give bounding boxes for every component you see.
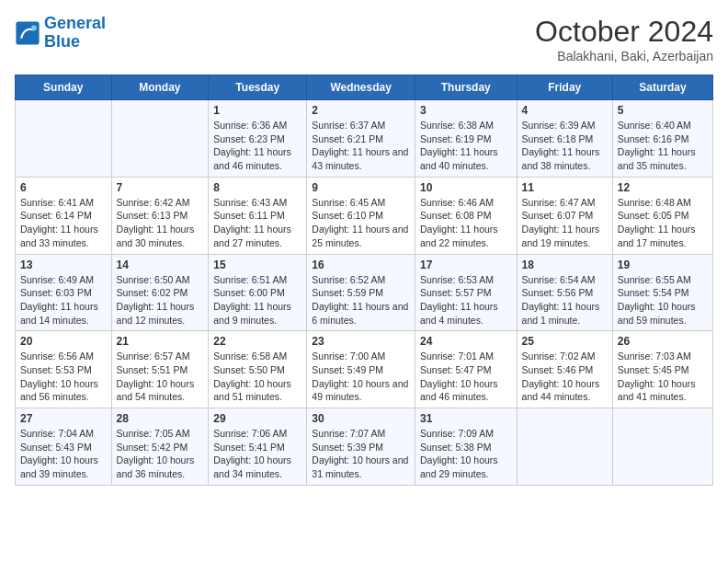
calendar-cell (612, 408, 712, 486)
day-number: 28 (117, 412, 204, 425)
day-details: Sunrise: 6:56 AMSunset: 5:53 PMDaylight:… (20, 350, 107, 404)
day-details: Sunrise: 6:41 AMSunset: 6:14 PMDaylight:… (20, 196, 107, 250)
calendar-cell: 2Sunrise: 6:37 AMSunset: 6:21 PMDaylight… (307, 100, 415, 178)
calendar-cell: 4Sunrise: 6:39 AMSunset: 6:18 PMDaylight… (517, 100, 612, 178)
day-number: 19 (618, 259, 708, 271)
calendar-cell: 24Sunrise: 7:01 AMSunset: 5:47 PMDayligh… (415, 331, 517, 408)
calendar-cell: 10Sunrise: 6:46 AMSunset: 6:08 PMDayligh… (415, 177, 517, 254)
calendar-cell: 31Sunrise: 7:09 AMSunset: 5:38 PMDayligh… (415, 408, 517, 486)
col-header-wednesday: Wednesday (307, 75, 415, 100)
day-details: Sunrise: 6:55 AMSunset: 5:54 PMDaylight:… (618, 273, 708, 327)
day-details: Sunrise: 6:48 AMSunset: 6:05 PMDaylight:… (618, 196, 708, 250)
day-number: 22 (213, 335, 301, 348)
col-header-monday: Monday (111, 75, 209, 100)
col-header-tuesday: Tuesday (209, 75, 307, 100)
calendar-cell: 1Sunrise: 6:36 AMSunset: 6:23 PMDaylight… (209, 100, 307, 178)
day-number: 6 (20, 181, 107, 194)
day-details: Sunrise: 6:53 AMSunset: 5:57 PMDaylight:… (420, 273, 512, 327)
calendar-cell: 15Sunrise: 6:51 AMSunset: 6:00 PMDayligh… (209, 254, 307, 331)
day-number: 20 (20, 335, 107, 348)
day-number: 25 (522, 335, 608, 348)
day-details: Sunrise: 6:52 AMSunset: 5:59 PMDaylight:… (312, 273, 410, 327)
calendar-week-5: 27Sunrise: 7:04 AMSunset: 5:43 PMDayligh… (16, 408, 713, 486)
svg-rect-0 (16, 21, 39, 44)
day-number: 9 (312, 181, 410, 194)
day-number: 26 (618, 335, 708, 348)
day-details: Sunrise: 6:51 AMSunset: 6:00 PMDaylight:… (213, 273, 301, 327)
calendar-cell: 26Sunrise: 7:03 AMSunset: 5:45 PMDayligh… (612, 331, 712, 408)
day-details: Sunrise: 7:02 AMSunset: 5:46 PMDaylight:… (522, 350, 608, 404)
calendar-cell (111, 100, 209, 178)
calendar-cell: 28Sunrise: 7:05 AMSunset: 5:42 PMDayligh… (111, 408, 209, 486)
day-number: 23 (312, 335, 410, 348)
day-details: Sunrise: 6:58 AMSunset: 5:50 PMDaylight:… (213, 350, 301, 404)
calendar-week-2: 6Sunrise: 6:41 AMSunset: 6:14 PMDaylight… (16, 177, 713, 254)
calendar-cell: 9Sunrise: 6:45 AMSunset: 6:10 PMDaylight… (307, 177, 415, 254)
calendar-cell: 13Sunrise: 6:49 AMSunset: 6:03 PMDayligh… (16, 254, 112, 331)
calendar-cell: 16Sunrise: 6:52 AMSunset: 5:59 PMDayligh… (307, 254, 415, 331)
day-details: Sunrise: 6:50 AMSunset: 6:02 PMDaylight:… (117, 273, 204, 327)
calendar-cell: 14Sunrise: 6:50 AMSunset: 6:02 PMDayligh… (111, 254, 209, 331)
col-header-sunday: Sunday (16, 75, 112, 100)
day-number: 31 (420, 412, 512, 425)
day-details: Sunrise: 7:06 AMSunset: 5:41 PMDaylight:… (213, 427, 301, 481)
calendar-week-4: 20Sunrise: 6:56 AMSunset: 5:53 PMDayligh… (16, 331, 713, 408)
calendar-week-1: 1Sunrise: 6:36 AMSunset: 6:23 PMDaylight… (16, 100, 713, 178)
day-details: Sunrise: 7:01 AMSunset: 5:47 PMDaylight:… (420, 350, 512, 404)
day-number: 14 (117, 259, 204, 271)
calendar-cell: 25Sunrise: 7:02 AMSunset: 5:46 PMDayligh… (517, 331, 612, 408)
calendar-cell (16, 100, 112, 178)
svg-point-1 (31, 25, 37, 30)
day-details: Sunrise: 7:04 AMSunset: 5:43 PMDaylight:… (20, 427, 107, 481)
logo-text: General Blue (44, 15, 106, 52)
day-details: Sunrise: 6:46 AMSunset: 6:08 PMDaylight:… (420, 196, 512, 250)
day-number: 4 (522, 104, 608, 117)
day-details: Sunrise: 7:07 AMSunset: 5:39 PMDaylight:… (312, 427, 410, 481)
calendar-week-3: 13Sunrise: 6:49 AMSunset: 6:03 PMDayligh… (16, 254, 713, 331)
day-details: Sunrise: 6:40 AMSunset: 6:16 PMDaylight:… (618, 119, 708, 173)
day-number: 12 (618, 181, 708, 194)
day-number: 5 (618, 104, 708, 117)
day-details: Sunrise: 7:00 AMSunset: 5:49 PMDaylight:… (312, 350, 410, 404)
calendar-cell: 11Sunrise: 6:47 AMSunset: 6:07 PMDayligh… (517, 177, 612, 254)
calendar-cell: 17Sunrise: 6:53 AMSunset: 5:57 PMDayligh… (415, 254, 517, 331)
day-number: 27 (20, 412, 107, 425)
calendar-header-row: SundayMondayTuesdayWednesdayThursdayFrid… (16, 75, 713, 100)
day-number: 7 (117, 181, 204, 194)
calendar-cell: 18Sunrise: 6:54 AMSunset: 5:56 PMDayligh… (517, 254, 612, 331)
day-number: 13 (20, 259, 107, 271)
calendar-cell: 7Sunrise: 6:42 AMSunset: 6:13 PMDaylight… (111, 177, 209, 254)
day-number: 18 (522, 259, 608, 271)
day-details: Sunrise: 7:09 AMSunset: 5:38 PMDaylight:… (420, 427, 512, 481)
day-number: 21 (117, 335, 204, 348)
day-number: 10 (420, 181, 512, 194)
day-details: Sunrise: 6:49 AMSunset: 6:03 PMDaylight:… (20, 273, 107, 327)
calendar-cell: 8Sunrise: 6:43 AMSunset: 6:11 PMDaylight… (209, 177, 307, 254)
calendar-cell: 5Sunrise: 6:40 AMSunset: 6:16 PMDaylight… (612, 100, 712, 178)
day-number: 2 (312, 104, 410, 117)
calendar-cell (517, 408, 612, 486)
calendar-cell: 30Sunrise: 7:07 AMSunset: 5:39 PMDayligh… (307, 408, 415, 486)
logo: General Blue (15, 15, 106, 52)
day-details: Sunrise: 6:47 AMSunset: 6:07 PMDaylight:… (522, 196, 608, 250)
day-details: Sunrise: 6:57 AMSunset: 5:51 PMDaylight:… (117, 350, 204, 404)
calendar-cell: 27Sunrise: 7:04 AMSunset: 5:43 PMDayligh… (16, 408, 112, 486)
day-details: Sunrise: 7:05 AMSunset: 5:42 PMDaylight:… (117, 427, 204, 481)
day-number: 30 (312, 412, 410, 425)
day-details: Sunrise: 7:03 AMSunset: 5:45 PMDaylight:… (618, 350, 708, 404)
day-number: 11 (522, 181, 608, 194)
day-number: 17 (420, 259, 512, 271)
title-block: October 2024 Balakhani, Baki, Azerbaijan (535, 15, 713, 63)
day-number: 1 (213, 104, 301, 117)
calendar-cell: 19Sunrise: 6:55 AMSunset: 5:54 PMDayligh… (612, 254, 712, 331)
day-details: Sunrise: 6:37 AMSunset: 6:21 PMDaylight:… (312, 119, 410, 173)
calendar-cell: 20Sunrise: 6:56 AMSunset: 5:53 PMDayligh… (16, 331, 112, 408)
col-header-friday: Friday (517, 75, 612, 100)
calendar-cell: 21Sunrise: 6:57 AMSunset: 5:51 PMDayligh… (111, 331, 209, 408)
day-number: 3 (420, 104, 512, 117)
page-header: General Blue October 2024 Balakhani, Bak… (15, 15, 713, 63)
day-number: 16 (312, 259, 410, 271)
calendar-cell: 6Sunrise: 6:41 AMSunset: 6:14 PMDaylight… (16, 177, 112, 254)
day-details: Sunrise: 6:38 AMSunset: 6:19 PMDaylight:… (420, 119, 512, 173)
calendar-cell: 3Sunrise: 6:38 AMSunset: 6:19 PMDaylight… (415, 100, 517, 178)
